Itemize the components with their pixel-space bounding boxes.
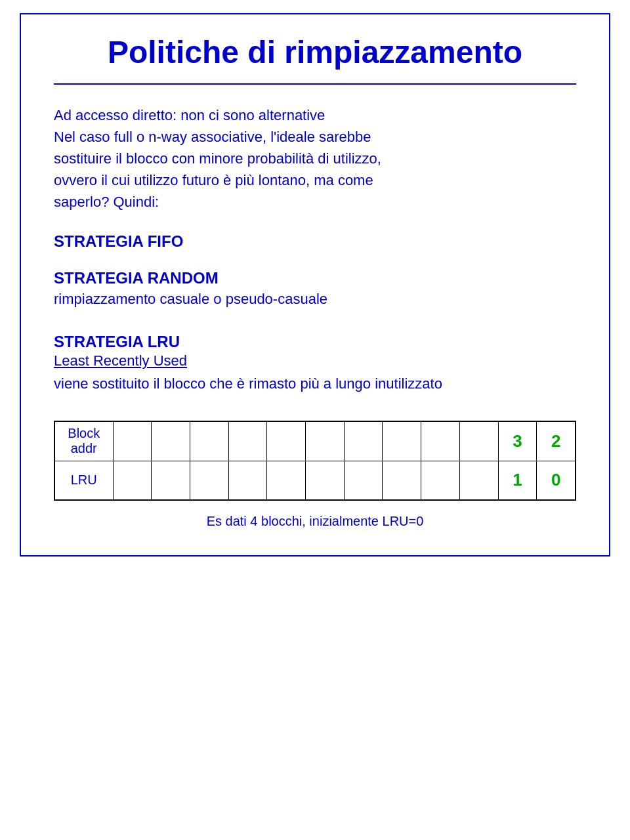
cell-r1-c4 xyxy=(228,421,267,461)
cell-r1-c8 xyxy=(383,421,421,461)
title-section: Politiche di rimpiazzamento xyxy=(54,34,576,85)
cell-r1-c10 xyxy=(459,421,498,461)
cell-r1-c3 xyxy=(190,421,228,461)
cell-r2-c10 xyxy=(459,461,498,500)
strategy-lru: STRATEGIA LRU Least Recently Used viene … xyxy=(54,333,576,394)
cell-r1-c11: 3 xyxy=(498,421,537,461)
table-row-block-addr: Blockaddr 3 2 xyxy=(54,421,576,461)
cell-r2-c1 xyxy=(113,461,152,500)
lru-title: STRATEGIA LRU xyxy=(54,333,576,351)
block-addr-label: Blockaddr xyxy=(54,421,113,461)
cell-r1-c6 xyxy=(306,421,345,461)
cell-r1-c1 xyxy=(113,421,152,461)
cell-r2-c5 xyxy=(267,461,306,500)
cell-r2-c8 xyxy=(383,461,421,500)
cache-table: Blockaddr 3 2 LRU xyxy=(54,421,576,501)
cell-r1-c9 xyxy=(421,421,460,461)
lru-link: Least Recently Used xyxy=(54,352,576,369)
lru-desc: viene sostituito il blocco che è rimasto… xyxy=(54,373,576,394)
cell-r2-c3 xyxy=(190,461,228,500)
cell-r2-c4 xyxy=(228,461,267,500)
cell-r1-c5 xyxy=(267,421,306,461)
fifo-title: STRATEGIA FIFO xyxy=(54,232,576,251)
cell-r1-c7 xyxy=(344,421,383,461)
strategy-random: STRATEGIA RANDOM rimpiazzamento casuale … xyxy=(54,269,576,308)
cell-r2-c2 xyxy=(152,461,190,500)
lru-row-label: LRU xyxy=(54,461,113,500)
cell-r2-c9 xyxy=(421,461,460,500)
table-section: Blockaddr 3 2 LRU xyxy=(54,421,576,501)
page-title: Politiche di rimpiazzamento xyxy=(54,34,576,70)
cell-r1-c2 xyxy=(152,421,190,461)
cell-r1-c12: 2 xyxy=(537,421,576,461)
page-container: Politiche di rimpiazzamento Ad accesso d… xyxy=(20,13,610,556)
random-desc: rimpiazzamento casuale o pseudo-casuale xyxy=(54,291,576,308)
table-row-lru: LRU 1 0 xyxy=(54,461,576,500)
intro-text: Ad accesso diretto: non ci sono alternat… xyxy=(54,104,576,213)
cell-r2-c6 xyxy=(306,461,345,500)
strategy-fifo: STRATEGIA FIFO xyxy=(54,232,576,251)
cell-r2-c11: 1 xyxy=(498,461,537,500)
random-title: STRATEGIA RANDOM xyxy=(54,269,576,287)
cell-r2-c12: 0 xyxy=(537,461,576,500)
cell-r2-c7 xyxy=(344,461,383,500)
footer-text: Es dati 4 blocchi, inizialmente LRU=0 xyxy=(54,514,576,529)
